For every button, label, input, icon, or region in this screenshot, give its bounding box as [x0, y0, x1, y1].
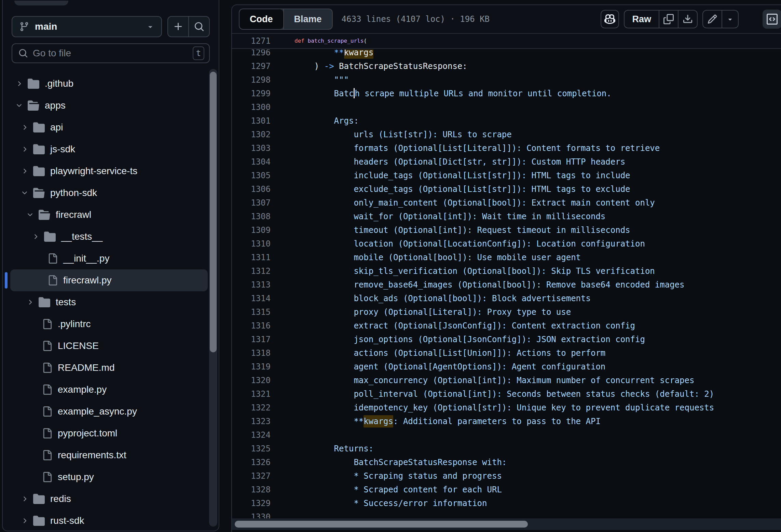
horizontal-scrollbar-thumb[interactable]: [235, 521, 528, 528]
code-line[interactable]: 1314 block_ads (Optional[bool]): Block a…: [232, 292, 781, 305]
line-number[interactable]: 1323: [232, 415, 271, 428]
tree-item-example.py[interactable]: example.py: [10, 379, 208, 401]
line-number[interactable]: 1300: [232, 100, 271, 114]
code-line-text[interactable]: json_options (Optional[JsonConfig]): JSO…: [294, 333, 645, 346]
code-line-text[interactable]: * Success/error information: [294, 496, 487, 510]
line-number[interactable]: 1314: [232, 292, 271, 305]
search-tree-button[interactable]: [188, 17, 209, 37]
code-line[interactable]: 1323 **kwargs: Additional parameters to …: [232, 415, 781, 428]
code-line-text[interactable]: ) -> BatchScrapeStatusResponse:: [294, 59, 467, 73]
sidebar-scrollbar-thumb[interactable]: [210, 72, 217, 352]
code-line[interactable]: 1305 include_tags (Optional[List[str]]):…: [232, 169, 781, 182]
line-number[interactable]: 1318: [232, 346, 271, 360]
tree-item-tests[interactable]: tests: [10, 291, 208, 313]
code-line-text[interactable]: include_tags (Optional[List[str]]): HTML…: [294, 169, 630, 182]
tree-item-apps[interactable]: apps: [10, 95, 208, 116]
code-line-text[interactable]: mobile (Optional[bool]): Use mobile user…: [294, 251, 581, 264]
code-line[interactable]: 1310 location (Optional[LocationConfig])…: [232, 237, 781, 251]
code-line[interactable]: 1296 **kwargs: [232, 50, 781, 59]
line-number[interactable]: 1319: [232, 360, 271, 374]
line-number[interactable]: 1301: [232, 114, 271, 128]
line-number[interactable]: 1311: [232, 251, 271, 264]
code-line[interactable]: 1315 proxy (Optional[Literal]): Proxy ty…: [232, 305, 781, 319]
line-number[interactable]: 1321: [232, 387, 271, 401]
tree-item-pyproject.toml[interactable]: pyproject.toml: [10, 422, 208, 444]
line-number[interactable]: 1315: [232, 305, 271, 319]
code-line-text[interactable]: remove_base64_images (Optional[bool]): R…: [294, 278, 685, 292]
code-line[interactable]: 1317 json_options (Optional[JsonConfig])…: [232, 333, 781, 346]
code-line-text[interactable]: **kwargs: Additional parameters to pass …: [294, 415, 601, 428]
code-line-text[interactable]: poll_interval (Optional[int]): Seconds b…: [294, 387, 714, 401]
line-number[interactable]: 1322: [232, 401, 271, 415]
line-number[interactable]: 1309: [232, 223, 271, 237]
code-line[interactable]: 1299 Batch scrape multiple URLs and moni…: [232, 87, 781, 100]
code-line[interactable]: 1328 * Scraped content for each URL: [232, 483, 781, 496]
line-number[interactable]: 1306: [232, 182, 271, 196]
code-line[interactable]: 1304 headers (Optional[Dict[str, str]]):…: [232, 155, 781, 169]
line-number[interactable]: 1325: [232, 442, 271, 456]
line-number[interactable]: 1316: [232, 319, 271, 333]
tree-item-js-sdk[interactable]: js-sdk: [10, 138, 208, 160]
code-line-text[interactable]: * Scraped content for each URL: [294, 483, 502, 496]
code-line-text[interactable]: **kwargs: [294, 50, 373, 59]
tree-item-.github[interactable]: .github: [10, 73, 208, 95]
tree-item-rust-sdk[interactable]: rust-sdk: [10, 510, 208, 531]
line-number[interactable]: 1304: [232, 155, 271, 169]
code-line[interactable]: 1307 only_main_content (Optional[bool]):…: [232, 196, 781, 210]
copilot-button[interactable]: [601, 10, 619, 28]
code-line[interactable]: 1301 Args:: [232, 114, 781, 128]
code-line-text[interactable]: BatchScrapeStatusResponse with:: [294, 456, 507, 469]
line-number[interactable]: 1308: [232, 210, 271, 223]
tree-item-python-sdk[interactable]: python-sdk: [10, 182, 208, 204]
tree-item-setup.py[interactable]: setup.py: [10, 466, 208, 488]
code-line[interactable]: 1312 skip_tls_verification (Optional[boo…: [232, 264, 781, 278]
tree-item-playwright-service-ts[interactable]: playwright-service-ts: [10, 160, 208, 182]
tree-item-.pylintrc[interactable]: .pylintrc: [10, 313, 208, 335]
line-number[interactable]: 1303: [232, 141, 271, 155]
code-line-text[interactable]: actions (Optional[List[Union]]): Actions…: [294, 346, 605, 360]
code-line-text[interactable]: Returns:: [294, 442, 373, 456]
code-line[interactable]: 1309 timeout (Optional[int]): Request ti…: [232, 223, 781, 237]
tree-item-firecrawl.py[interactable]: firecrawl.py: [10, 269, 208, 291]
line-number[interactable]: 1307: [232, 196, 271, 210]
line-number[interactable]: 1298: [232, 73, 271, 87]
tree-item-example_async.py[interactable]: example_async.py: [10, 401, 208, 422]
code-line-text[interactable]: formats (Optional[List[Literal]]): Conte…: [294, 141, 660, 155]
tree-item-api[interactable]: api: [10, 116, 208, 138]
code-line-text[interactable]: extract (Optional[JsonConfig]): Content …: [294, 319, 635, 333]
line-number[interactable]: 1297: [232, 59, 271, 73]
collapse-tree-button[interactable]: [14, 1, 68, 5]
code-line[interactable]: 1326 BatchScrapeStatusResponse with:: [232, 456, 781, 469]
code-line-text[interactable]: """: [294, 73, 349, 87]
edit-button[interactable]: [703, 11, 722, 28]
branch-selector[interactable]: main: [12, 16, 162, 37]
edit-dropdown-button[interactable]: [722, 11, 738, 28]
code-line-text[interactable]: idempotency_key (Optional[str]): Unique …: [294, 401, 714, 415]
code-line-text[interactable]: timeout (Optional[int]): Request timeout…: [294, 223, 630, 237]
go-to-file-input[interactable]: Go to file t: [12, 43, 210, 63]
horizontal-scrollbar-track[interactable]: [232, 518, 781, 530]
code-line[interactable]: 1319 agent (Optional[AgentOptions]): Age…: [232, 360, 781, 374]
code-line[interactable]: 1324: [232, 428, 781, 442]
line-number[interactable]: 1320: [232, 374, 271, 387]
code-line[interactable]: 1322 idempotency_key (Optional[str]): Un…: [232, 401, 781, 415]
code-line-text[interactable]: urls (List[str]): URLs to scrape: [294, 128, 512, 141]
line-number[interactable]: 1310: [232, 237, 271, 251]
code-line[interactable]: 1306 exclude_tags (Optional[List[str]]):…: [232, 182, 781, 196]
tab-blame[interactable]: Blame: [283, 9, 332, 29]
code-line-text[interactable]: Args:: [294, 114, 359, 128]
code-line[interactable]: 1316 extract (Optional[JsonConfig]): Con…: [232, 319, 781, 333]
sidebar-scrollbar-track[interactable]: [209, 69, 217, 527]
tree-item-__init__.py[interactable]: __init__.py: [10, 248, 208, 269]
code-line[interactable]: 1298 """: [232, 73, 781, 87]
code-line[interactable]: 1327 * Scraping status and progress: [232, 469, 781, 483]
code-line[interactable]: 1311 mobile (Optional[bool]): Use mobile…: [232, 251, 781, 264]
line-number[interactable]: 1271: [232, 34, 271, 48]
code-line-text[interactable]: agent (Optional[AgentOptions]): Agent co…: [294, 360, 605, 374]
code-line[interactable]: 1302 urls (List[str]): URLs to scrape: [232, 128, 781, 141]
line-number[interactable]: 1313: [232, 278, 271, 292]
code-line[interactable]: 1303 formats (Optional[List[Literal]]): …: [232, 141, 781, 155]
code-line[interactable]: 1313 remove_base64_images (Optional[bool…: [232, 278, 781, 292]
line-number[interactable]: 1299: [232, 87, 271, 100]
tab-code[interactable]: Code: [239, 9, 283, 29]
